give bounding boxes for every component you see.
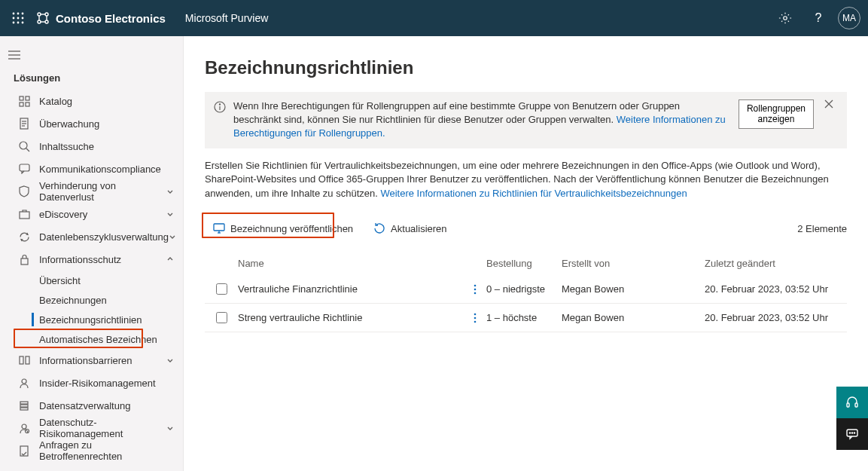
table-row[interactable]: Streng vertrauliche Richtlinie1 – höchst… <box>205 304 847 332</box>
description-link[interactable]: Weitere Informationen zu Richtlinien für… <box>380 188 687 199</box>
svg-rect-38 <box>20 405 28 407</box>
svg-point-4 <box>17 17 20 20</box>
svg-point-29 <box>20 142 27 149</box>
app-launcher[interactable] <box>0 0 36 36</box>
svg-point-56 <box>474 320 477 323</box>
chevron-down-icon <box>166 210 174 218</box>
sidebar-item-label: Kommunikationscompliance <box>39 164 161 175</box>
support-fab[interactable] <box>836 387 868 418</box>
svg-rect-32 <box>20 212 29 219</box>
show-role-groups-button[interactable]: Rollengruppen anzeigen <box>739 99 814 129</box>
sidebar-item[interactable]: Verhinderung von Datenverlust <box>0 180 183 203</box>
waffle-icon <box>12 12 24 24</box>
feedback-fab[interactable] <box>836 418 868 450</box>
svg-point-1 <box>17 13 20 15</box>
col-header-modified[interactable]: Zuletzt geändert <box>705 258 847 269</box>
main-content: Bezeichnungsrichtlinien Wenn Ihre Berech… <box>184 36 868 471</box>
sidebar-item[interactable]: eDiscovery <box>0 203 183 225</box>
sidebar-section-title: Lösungen <box>0 68 183 90</box>
request-icon <box>17 443 32 458</box>
sidebar-item[interactable]: Datenlebenszyklusverwaltung <box>0 225 183 248</box>
svg-rect-57 <box>847 403 849 407</box>
row-checkbox[interactable] <box>216 312 227 323</box>
chevron-down-icon <box>166 356 174 364</box>
user-avatar[interactable]: MA <box>838 7 860 29</box>
monitor-icon <box>212 222 226 235</box>
row-checkbox[interactable] <box>216 283 227 295</box>
gear-icon <box>778 11 792 25</box>
sidebar-item[interactable]: Datensatzverwaltung <box>0 394 183 417</box>
sidebar-subitem-label: Bezeichnungen <box>39 295 107 306</box>
cell-modified: 20. Februar 2023, 03:52 Uhr <box>705 283 847 295</box>
sidebar-item[interactable]: Katalog <box>0 90 183 112</box>
svg-point-17 <box>784 17 787 20</box>
col-header-name[interactable]: Name <box>238 258 464 269</box>
sidebar-subitem[interactable]: Bezeichnungsrichtlinien <box>23 310 183 329</box>
col-header-creator[interactable]: Erstellt von <box>562 258 705 269</box>
refresh-button-label: Aktualisieren <box>391 223 446 234</box>
sidebar-collapse-button[interactable] <box>0 42 183 68</box>
sidebar-item[interactable]: Anfragen zu Betroffenenrechten <box>0 439 183 462</box>
privacy-icon <box>17 421 32 436</box>
sidebar-item[interactable]: Informationsbarrieren <box>0 349 183 372</box>
headset-icon <box>845 396 859 409</box>
help-icon: ? <box>815 11 822 25</box>
cell-modified: 20. Februar 2023, 03:52 Uhr <box>705 312 847 323</box>
publish-label-button[interactable]: Bezeichnung veröffentlichen <box>205 217 361 240</box>
sidebar-item[interactable]: Überwachung <box>0 112 183 135</box>
svg-rect-31 <box>20 164 29 171</box>
sidebar-item[interactable]: Insider-Risikomanagement <box>0 372 183 394</box>
info-banner: Wenn Ihre Berechtigungen für Rollengrupp… <box>205 92 847 148</box>
svg-point-36 <box>22 379 26 384</box>
sidebar-item-label: Verhinderung von Datenverlust <box>39 180 166 203</box>
sidebar-item-label: Datenschutz-Risikomanagement <box>39 417 166 439</box>
cell-creator: Megan Bowen <box>562 283 705 295</box>
page-title: Bezeichnungsrichtlinien <box>205 57 847 78</box>
svg-rect-24 <box>26 102 29 106</box>
cycle-icon <box>17 229 32 244</box>
col-header-order[interactable]: Bestellung <box>486 258 562 269</box>
sidebar-item[interactable]: Informationsschutz <box>0 248 183 271</box>
avatar-initials: MA <box>842 13 856 23</box>
doc-icon <box>17 116 32 131</box>
sidebar-subitem[interactable]: Bezeichnungen <box>23 290 183 310</box>
chevron-up-icon <box>166 255 174 263</box>
hamburger-icon <box>8 50 21 60</box>
row-menu-button[interactable] <box>474 284 477 295</box>
svg-point-12 <box>45 20 48 23</box>
svg-rect-39 <box>20 408 28 410</box>
svg-rect-21 <box>20 96 23 100</box>
svg-rect-58 <box>855 403 857 407</box>
sidebar-item-label: Datenlebenszyklusverwaltung <box>39 231 169 243</box>
help-button[interactable]: ? <box>802 0 835 36</box>
sidebar-item[interactable]: Inhaltssuche <box>0 135 183 158</box>
publish-button-label: Bezeichnung veröffentlichen <box>230 223 353 234</box>
svg-rect-33 <box>21 258 28 265</box>
svg-point-6 <box>13 22 15 24</box>
user-icon <box>17 375 32 390</box>
sidebar-subitem[interactable]: Übersicht <box>23 271 183 290</box>
table-row[interactable]: Vertrauliche Finanzrichtlinie0 – niedrig… <box>205 275 847 304</box>
table-header: Name Bestellung Erstellt von Zuletzt geä… <box>205 251 847 275</box>
refresh-button[interactable]: Aktualisieren <box>365 217 454 240</box>
svg-point-51 <box>474 284 477 286</box>
sidebar-item[interactable]: Datenschutz-Risikomanagement <box>0 417 183 439</box>
svg-point-3 <box>13 17 15 20</box>
toolbar: Bezeichnung veröffentlichen Aktualisiere… <box>205 213 847 243</box>
sidebar-item-label: Informationsbarrieren <box>39 355 132 366</box>
sidebar-item[interactable]: Kommunikationscompliance <box>0 158 183 180</box>
briefcase-icon <box>17 206 32 222</box>
chevron-down-icon <box>166 188 174 195</box>
row-menu-button[interactable] <box>474 313 477 323</box>
sidebar-subitem[interactable]: Automatisches Bezeichnen <box>23 329 183 349</box>
svg-rect-35 <box>26 356 29 364</box>
more-vertical-icon <box>474 313 477 323</box>
svg-point-53 <box>474 292 477 294</box>
sidebar-subitem-label: Übersicht <box>39 275 81 286</box>
sidebar-subitem-label: Bezeichnungsrichtlinien <box>39 314 142 326</box>
banner-close-button[interactable] <box>820 99 838 109</box>
fab-stack <box>836 387 868 450</box>
close-icon <box>824 99 833 109</box>
settings-button[interactable] <box>769 0 802 36</box>
svg-point-40 <box>22 424 26 429</box>
